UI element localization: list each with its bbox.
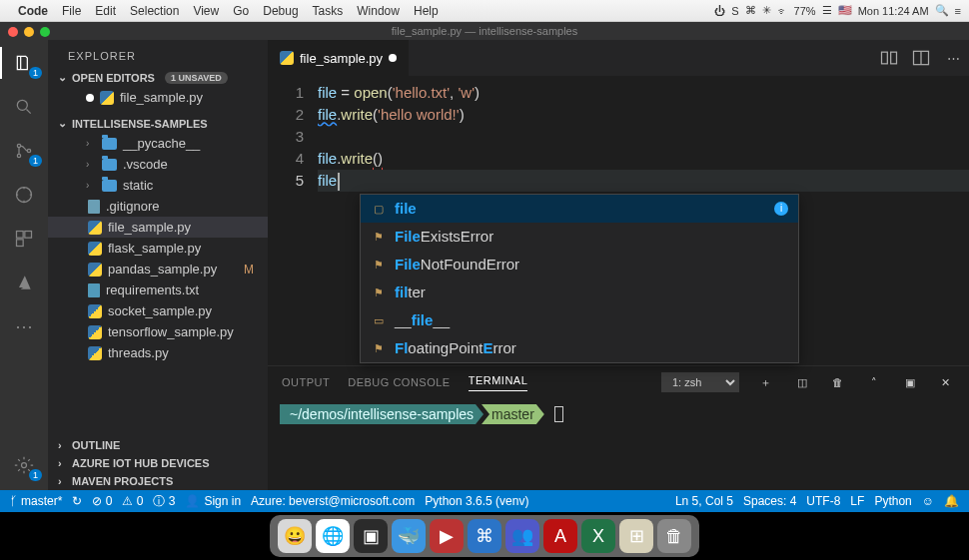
- menubar-clock[interactable]: Mon 11:24 AM: [858, 5, 929, 17]
- status-encoding[interactable]: UTF-8: [806, 494, 840, 508]
- status-errors[interactable]: ⊘ 0: [92, 494, 112, 508]
- maximize-panel-button[interactable]: ▣: [901, 376, 919, 389]
- split-editor-icon[interactable]: [905, 40, 937, 76]
- menubar-status-10[interactable]: ≡: [955, 5, 961, 17]
- status-info[interactable]: ⓘ 3: [153, 493, 175, 510]
- suggest-item[interactable]: ⚑FileExistsError: [361, 223, 798, 251]
- zoom-window-button[interactable]: [40, 27, 50, 37]
- new-terminal-button[interactable]: ＋: [757, 375, 775, 390]
- intellisense-popup[interactable]: ▢filei⚑FileExistsError⚑FileNotFoundError…: [360, 194, 799, 363]
- folder-item[interactable]: ›__pycache__: [48, 133, 268, 154]
- info-icon[interactable]: i: [774, 202, 788, 216]
- code-area[interactable]: file = open('hello.txt', 'w')file.write(…: [318, 76, 969, 365]
- maven-section[interactable]: ›MAVEN PROJECTS: [48, 472, 268, 490]
- dock-app-icon[interactable]: X: [581, 519, 615, 553]
- dock-app-icon[interactable]: 😀: [278, 519, 312, 553]
- status-signin[interactable]: 👤 Sign in: [185, 494, 241, 508]
- menubar-status-0[interactable]: ⏻: [714, 5, 725, 17]
- menubar-spotlight-icon[interactable]: 🔍: [935, 4, 949, 17]
- folder-item[interactable]: ›.vscode: [48, 154, 268, 175]
- dock-app-icon[interactable]: 🗑: [657, 519, 691, 553]
- panel-tab-debug[interactable]: DEBUG CONSOLE: [348, 376, 450, 388]
- menubar-battery[interactable]: 77%: [794, 5, 816, 17]
- menubar-wifi-icon[interactable]: ᯤ: [777, 5, 788, 17]
- open-editors-header[interactable]: ⌄ OPEN EDITORS 1 UNSAVED: [48, 68, 268, 87]
- close-panel-button[interactable]: ✕: [937, 376, 955, 389]
- activity-extensions[interactable]: [11, 226, 37, 252]
- status-sync[interactable]: ↻: [72, 494, 82, 508]
- menu-help[interactable]: Help: [414, 4, 439, 18]
- menubar-status-2[interactable]: ⌘: [745, 4, 756, 17]
- minimap[interactable]: [909, 76, 969, 365]
- dock-app-icon[interactable]: ▶: [430, 519, 464, 553]
- file-item[interactable]: threads.py: [48, 342, 268, 363]
- dock-app-icon[interactable]: A: [543, 519, 577, 553]
- outline-section[interactable]: ›OUTLINE: [48, 436, 268, 454]
- dock-app-icon[interactable]: 🐳: [392, 519, 426, 553]
- close-window-button[interactable]: [8, 27, 18, 37]
- activity-azure[interactable]: [11, 270, 37, 295]
- dock-app-icon[interactable]: ⌘: [468, 519, 501, 553]
- menu-selection[interactable]: Selection: [130, 4, 179, 18]
- menu-file[interactable]: File: [62, 4, 81, 18]
- activity-more[interactable]: ⋯: [11, 313, 37, 339]
- project-header[interactable]: ⌄ INTELLISENSE-SAMPLES: [48, 114, 268, 133]
- suggest-item[interactable]: ▭__file__: [361, 306, 798, 334]
- status-warnings[interactable]: ⚠ 0: [122, 494, 143, 508]
- status-branch[interactable]: ᚶ master*: [10, 494, 62, 508]
- menubar-status-3[interactable]: ✳: [762, 4, 771, 17]
- file-item[interactable]: pandas_sample.pyM: [48, 259, 268, 280]
- menu-window[interactable]: Window: [357, 4, 400, 18]
- status-feedback-icon[interactable]: ☺: [922, 494, 934, 508]
- dock-app-icon[interactable]: 👥: [505, 519, 539, 553]
- dock-app-icon[interactable]: ⊞: [619, 519, 653, 553]
- activity-debug[interactable]: [11, 182, 37, 208]
- menu-view[interactable]: View: [193, 4, 219, 18]
- menu-go[interactable]: Go: [233, 4, 249, 18]
- file-item[interactable]: file_sample.py: [48, 217, 268, 238]
- activity-explorer[interactable]: 1: [11, 50, 37, 76]
- editor-body[interactable]: 12345 file = open('hello.txt', 'w')file.…: [268, 76, 969, 365]
- status-azure[interactable]: Azure: beverst@microsoft.com: [251, 494, 415, 508]
- dock-app-icon[interactable]: 🌐: [316, 519, 350, 553]
- minimize-window-button[interactable]: [24, 27, 34, 37]
- split-terminal-button[interactable]: ◫: [793, 376, 811, 389]
- activity-scm[interactable]: 1: [11, 138, 37, 164]
- status-indent[interactable]: Spaces: 4: [743, 494, 796, 508]
- status-eol[interactable]: LF: [850, 494, 864, 508]
- status-cursor-pos[interactable]: Ln 5, Col 5: [675, 494, 733, 508]
- dock-app-icon[interactable]: ▣: [354, 519, 388, 553]
- azure-iot-section[interactable]: ›AZURE IOT HUB DEVICES: [48, 454, 268, 472]
- kill-terminal-button[interactable]: 🗑: [829, 376, 847, 388]
- menubar-status-6[interactable]: ☰: [822, 4, 832, 17]
- status-lang[interactable]: Python: [874, 494, 911, 508]
- app-menu[interactable]: Code: [18, 4, 48, 18]
- terminal-select[interactable]: 1: zsh: [661, 372, 739, 392]
- file-item[interactable]: socket_sample.py: [48, 300, 268, 321]
- status-python[interactable]: Python 3.6.5 (venv): [425, 494, 528, 508]
- more-actions-icon[interactable]: ⋯: [937, 40, 969, 76]
- menu-debug[interactable]: Debug: [263, 4, 298, 18]
- open-editor-item[interactable]: file_sample.py: [48, 87, 268, 108]
- menubar-flag-icon[interactable]: 🇺🇸: [838, 4, 852, 17]
- file-item[interactable]: flask_sample.py: [48, 238, 268, 259]
- folder-item[interactable]: ›static: [48, 175, 268, 196]
- suggest-item[interactable]: ⚑FloatingPointError: [361, 334, 798, 362]
- editor-tab[interactable]: file_sample.py: [268, 40, 410, 76]
- menu-tasks[interactable]: Tasks: [313, 4, 344, 18]
- activity-settings[interactable]: 1: [11, 452, 37, 478]
- file-item[interactable]: .gitignore: [48, 196, 268, 217]
- file-item[interactable]: tensorflow_sample.py: [48, 321, 268, 342]
- compare-changes-icon[interactable]: [873, 40, 905, 76]
- file-item[interactable]: requirements.txt: [48, 280, 268, 300]
- panel-up-icon[interactable]: ˄: [865, 376, 883, 389]
- menubar-status-1[interactable]: S: [731, 5, 738, 17]
- panel-tab-output[interactable]: OUTPUT: [282, 376, 330, 388]
- suggest-item[interactable]: ⚑filter: [361, 279, 798, 306]
- panel-tab-terminal[interactable]: TERMINAL: [469, 374, 528, 391]
- status-bell-icon[interactable]: 🔔: [944, 494, 959, 508]
- menu-edit[interactable]: Edit: [95, 4, 116, 18]
- terminal-body[interactable]: ~/demos/intellisense-samples master: [268, 398, 969, 490]
- activity-search[interactable]: [11, 94, 37, 120]
- suggest-item[interactable]: ▢filei: [361, 195, 798, 223]
